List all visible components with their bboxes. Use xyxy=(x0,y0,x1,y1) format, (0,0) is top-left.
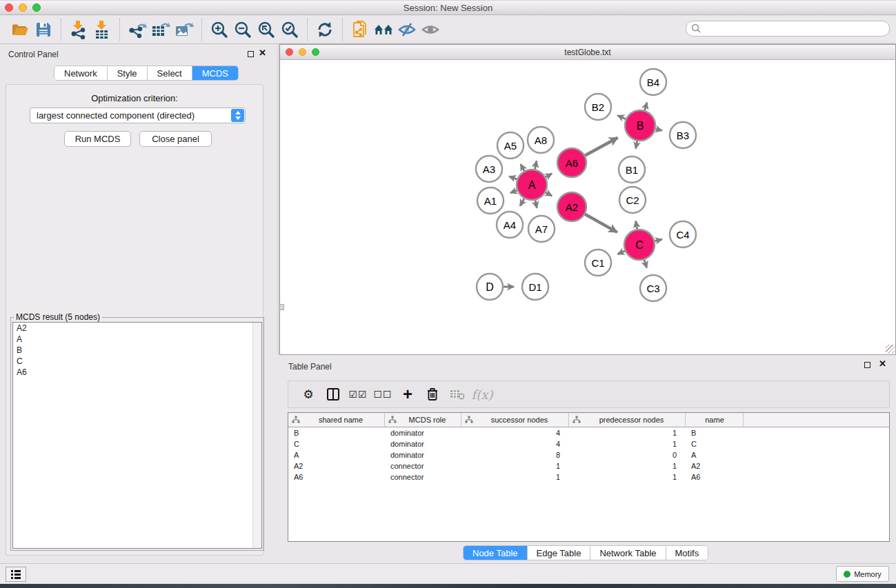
graph-node[interactable]: A5 xyxy=(497,132,524,159)
table-cell[interactable] xyxy=(744,472,889,483)
minimize-window-button[interactable] xyxy=(19,3,27,12)
tab-node-table[interactable]: Node Table xyxy=(464,546,528,560)
column-header-predecessor-nodes[interactable]: predecessor nodes xyxy=(569,413,686,427)
create-column-plus-icon[interactable]: + xyxy=(397,384,418,405)
graph-edge[interactable] xyxy=(617,251,625,254)
zoom-fit-icon[interactable] xyxy=(255,18,278,41)
close-window-button[interactable] xyxy=(286,48,293,56)
graph-node[interactable]: B1 xyxy=(619,156,645,183)
network-graph[interactable]: AA1A2A3A4A5A6A7A8BB1B2B3B4CC1C2C3C4DD1 xyxy=(280,60,895,354)
memory-button[interactable]: Memory xyxy=(836,566,889,582)
graph-node[interactable]: A xyxy=(517,170,547,200)
unselect-all-columns-icon[interactable]: ☐☐ xyxy=(372,384,393,405)
table-cell[interactable]: dominator xyxy=(385,449,461,460)
table-cell[interactable]: dominator xyxy=(385,427,461,438)
graph-node[interactable]: D1 xyxy=(522,274,548,300)
graph-node[interactable]: C xyxy=(624,230,655,260)
graph-node[interactable]: B4 xyxy=(640,69,666,95)
table-cell[interactable]: connector xyxy=(385,460,461,472)
network-window-titlebar[interactable]: testGlobe.txt xyxy=(280,45,895,60)
graph-edge[interactable] xyxy=(645,103,647,110)
graph-edge[interactable] xyxy=(521,164,524,171)
table-cell[interactable]: 1 xyxy=(461,472,569,483)
graph-edge[interactable] xyxy=(535,201,537,208)
table-cell[interactable]: C xyxy=(288,438,385,449)
graph-edge[interactable] xyxy=(636,141,637,149)
graph-edge[interactable] xyxy=(585,138,617,156)
tab-network[interactable]: Network xyxy=(54,66,108,80)
float-panel-icon[interactable] xyxy=(248,51,254,57)
graph-node[interactable]: B3 xyxy=(670,122,696,148)
table-cell[interactable] xyxy=(744,449,889,460)
table-cell[interactable] xyxy=(744,427,889,438)
table-cell[interactable]: A xyxy=(288,449,385,460)
graph-edge[interactable] xyxy=(655,129,661,130)
table-settings-gear-icon[interactable]: ⚙ xyxy=(298,384,319,405)
refresh-icon[interactable] xyxy=(313,18,337,41)
graph-edge[interactable] xyxy=(644,260,647,268)
graph-edge[interactable] xyxy=(509,176,517,179)
zoom-in-icon[interactable] xyxy=(208,18,231,41)
table-cell[interactable] xyxy=(744,460,889,472)
table-cell[interactable]: 1 xyxy=(569,438,686,449)
graph-node[interactable]: B xyxy=(625,110,655,141)
table-cell[interactable]: B xyxy=(686,427,744,438)
table-cell[interactable]: 8 xyxy=(461,449,569,460)
graph-node[interactable]: A7 xyxy=(528,216,555,242)
table-cell[interactable]: 1 xyxy=(461,460,569,472)
tab-motifs[interactable]: Motifs xyxy=(666,546,708,560)
table-cell[interactable]: A6 xyxy=(288,472,385,483)
graph-edge[interactable] xyxy=(535,161,537,169)
zoom-selected-icon[interactable] xyxy=(278,18,301,41)
graph-node[interactable]: A8 xyxy=(528,127,554,153)
tab-network-table[interactable]: Network Table xyxy=(590,546,666,560)
graph-edge[interactable] xyxy=(546,174,552,177)
close-panel-icon[interactable]: ✕ xyxy=(259,48,266,58)
table-row[interactable]: Cdominator41C xyxy=(288,438,889,449)
tab-mcds[interactable]: MCDS xyxy=(192,66,238,80)
mcds-result-item[interactable]: A xyxy=(13,334,261,345)
zoom-window-button[interactable] xyxy=(32,3,41,12)
table-cell[interactable]: A2 xyxy=(686,460,744,472)
table-cell[interactable]: 4 xyxy=(461,427,569,438)
mcds-result-item[interactable]: B xyxy=(13,345,261,356)
float-panel-icon[interactable] xyxy=(864,362,870,368)
window-grip[interactable] xyxy=(279,304,284,310)
table-cell[interactable]: 1 xyxy=(569,472,686,483)
network-canvas[interactable]: AA1A2A3A4A5A6A7A8BB1B2B3B4CC1C2C3C4DD1 xyxy=(280,60,895,354)
export-network-icon[interactable] xyxy=(126,18,149,41)
table-cell[interactable]: dominator xyxy=(385,438,461,449)
table-cell[interactable]: A6 xyxy=(686,472,744,483)
new-network-icon[interactable] xyxy=(348,18,372,41)
hide-graphics-details-icon[interactable] xyxy=(395,18,419,41)
table-row[interactable]: A2connector11A2 xyxy=(288,460,889,472)
table-cell[interactable]: 1 xyxy=(569,427,686,438)
mcds-result-item[interactable]: A6 xyxy=(13,367,261,378)
import-table-icon[interactable] xyxy=(90,18,114,41)
table-row[interactable]: Bdominator41B xyxy=(288,427,889,438)
graph-node[interactable]: A3 xyxy=(476,156,502,182)
home-icon[interactable] xyxy=(372,18,395,41)
graph-edge[interactable] xyxy=(510,190,517,193)
graph-node[interactable]: A2 xyxy=(557,192,586,221)
table-cell[interactable]: 4 xyxy=(461,438,569,449)
show-graphics-details-icon[interactable] xyxy=(419,18,442,41)
resize-grip-icon[interactable] xyxy=(886,345,895,354)
graph-node[interactable]: A4 xyxy=(497,212,523,238)
export-table-icon[interactable] xyxy=(149,18,172,41)
mcds-result-list[interactable]: A2ABCA6 xyxy=(12,322,262,549)
graph-node[interactable]: A6 xyxy=(557,148,586,177)
graph-edge[interactable] xyxy=(636,221,637,230)
column-header-shared-name[interactable]: shared name xyxy=(288,413,385,427)
table-cell[interactable]: B xyxy=(288,427,385,438)
column-header-successor-nodes[interactable]: successor nodes xyxy=(461,413,569,427)
mcds-result-item[interactable]: C xyxy=(13,356,261,367)
table-cell[interactable]: connector xyxy=(385,472,461,483)
close-panel-icon[interactable]: ✕ xyxy=(879,358,886,369)
graph-node[interactable]: C4 xyxy=(670,221,696,247)
graph-node[interactable]: D xyxy=(477,274,503,300)
tab-style[interactable]: Style xyxy=(108,66,148,80)
open-session-icon[interactable] xyxy=(8,18,32,41)
table-cell[interactable] xyxy=(744,438,889,449)
show-columns-icon[interactable] xyxy=(323,384,344,405)
